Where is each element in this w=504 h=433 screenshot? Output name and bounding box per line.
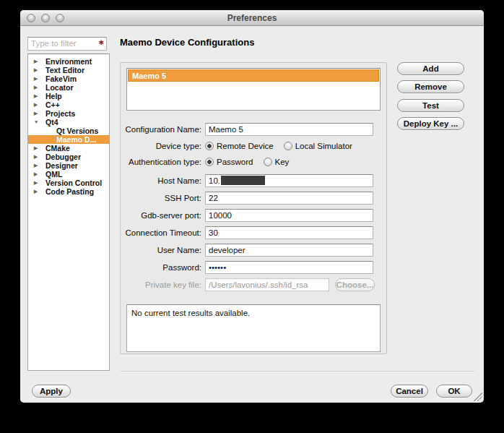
chevron-right-icon[interactable]: ▶	[34, 161, 38, 170]
chevron-right-icon[interactable]: ▶	[34, 83, 38, 92]
sidebar-item-code-pasting[interactable]: ▶Code Pasting	[28, 187, 109, 196]
device-list-item[interactable]: Maemo 5	[128, 69, 379, 82]
settings-tree: ▶Environment ▶Text Editor ▶FakeVim ▶Loca…	[27, 53, 110, 371]
test-results-text: No current test results available.	[131, 309, 250, 317]
configuration-name-input[interactable]	[205, 123, 373, 136]
sidebar-item-text-editor[interactable]: ▶Text Editor	[28, 66, 109, 74]
sidebar-item-qt4[interactable]: ▼Qt4	[28, 118, 109, 127]
chevron-right-icon[interactable]: ▶	[34, 187, 38, 196]
page-title: Maemo Device Configurations	[120, 37, 254, 48]
radio-selected-icon[interactable]	[205, 142, 214, 150]
chevron-right-icon[interactable]: ▶	[34, 153, 38, 161]
add-button[interactable]: Add	[397, 62, 464, 75]
authentication-type-radio-group: Password Key	[205, 157, 289, 167]
password-label: Password:	[121, 261, 201, 274]
sidebar-item-maemo-device[interactable]: Maemo D...	[28, 135, 109, 144]
test-button[interactable]: Test	[397, 99, 464, 112]
authentication-type-label: Authentication type:	[121, 157, 201, 167]
private-key-file-input[interactable]	[205, 278, 329, 291]
radio-password[interactable]: Password	[205, 158, 253, 166]
gdb-server-port-input[interactable]	[205, 209, 373, 222]
radio-unselected-icon[interactable]	[264, 158, 272, 166]
sidebar-item-projects[interactable]: ▶Projects	[28, 109, 109, 118]
device-config-group: Maemo 5 Configuration Name: Device type:…	[120, 62, 387, 354]
test-results-box: No current test results available.	[126, 304, 381, 352]
filter-input[interactable]	[27, 37, 107, 51]
sidebar-item-cmake[interactable]: ▶CMake	[28, 144, 109, 153]
ssh-port-input[interactable]	[205, 192, 373, 205]
chevron-right-icon[interactable]: ▶	[34, 179, 38, 187]
device-type-radio-group: Remote Device Local Simulator	[205, 141, 352, 151]
chevron-down-icon[interactable]: ▼	[34, 118, 38, 127]
configuration-name-label: Configuration Name:	[121, 123, 201, 136]
sidebar-item-qml[interactable]: ▶QML	[28, 170, 109, 179]
sidebar-item-designer[interactable]: ▶Designer	[28, 161, 109, 170]
radio-unselected-icon[interactable]	[284, 142, 292, 150]
device-type-label: Device type:	[121, 141, 201, 151]
cancel-button[interactable]: Cancel	[391, 385, 428, 398]
apply-button[interactable]: Apply	[32, 385, 71, 398]
chevron-right-icon[interactable]: ▶	[34, 144, 38, 153]
ssh-port-label: SSH Port:	[121, 192, 201, 205]
sidebar-item-fakevim[interactable]: ▶FakeVim	[28, 74, 109, 83]
chevron-right-icon[interactable]: ▶	[34, 57, 38, 66]
preferences-window: Preferences ✱ ▶Environment ▶Text Editor …	[20, 10, 484, 403]
window-title: Preferences	[20, 13, 484, 23]
chevron-right-icon[interactable]: ▶	[34, 92, 38, 100]
device-list: Maemo 5	[126, 68, 381, 111]
sidebar-item-qt-versions[interactable]: Qt Versions	[28, 127, 109, 135]
ok-button[interactable]: OK	[436, 385, 472, 398]
sidebar-item-version-control[interactable]: ▶Version Control	[28, 179, 109, 187]
chevron-right-icon[interactable]: ▶	[34, 170, 38, 179]
radio-local-simulator[interactable]: Local Simulator	[284, 142, 352, 150]
sidebar-item-cpp[interactable]: ▶C++	[28, 100, 109, 109]
connection-timeout-input[interactable]	[205, 226, 373, 239]
radio-remote-device[interactable]: Remote Device	[205, 142, 274, 150]
footer-separator	[120, 371, 475, 372]
remove-button[interactable]: Remove	[397, 80, 464, 93]
filter-options-icon[interactable]: ✱	[98, 39, 104, 46]
sidebar-item-debugger[interactable]: ▶Debugger	[28, 153, 109, 161]
chevron-right-icon[interactable]: ▶	[34, 109, 38, 118]
radio-key[interactable]: Key	[264, 158, 290, 166]
redaction-box	[221, 176, 265, 185]
password-input[interactable]	[205, 261, 373, 274]
chevron-right-icon[interactable]: ▶	[34, 74, 38, 83]
radio-selected-icon[interactable]	[205, 158, 214, 166]
chevron-right-icon[interactable]: ▶	[34, 66, 38, 74]
chevron-right-icon[interactable]: ▶	[34, 100, 38, 109]
gdb-server-port-label: Gdb-server port:	[121, 209, 201, 222]
titlebar[interactable]: Preferences	[20, 10, 484, 26]
choose-file-button[interactable]: Choose...	[335, 278, 375, 291]
user-name-input[interactable]	[205, 244, 373, 257]
sidebar-item-help[interactable]: ▶Help	[28, 92, 109, 100]
resize-grip[interactable]	[474, 393, 482, 401]
sidebar-item-locator[interactable]: ▶Locator	[28, 83, 109, 92]
host-name-label: Host Name:	[121, 174, 201, 187]
sidebar-item-environment[interactable]: ▶Environment	[28, 57, 109, 66]
connection-timeout-label: Connection Timeout:	[121, 226, 201, 239]
private-key-file-label: Private key file:	[121, 278, 201, 291]
host-name-input[interactable]: 10.	[205, 174, 373, 187]
deploy-key-button[interactable]: Deploy Key ...	[397, 117, 464, 130]
user-name-label: User Name:	[121, 244, 201, 257]
